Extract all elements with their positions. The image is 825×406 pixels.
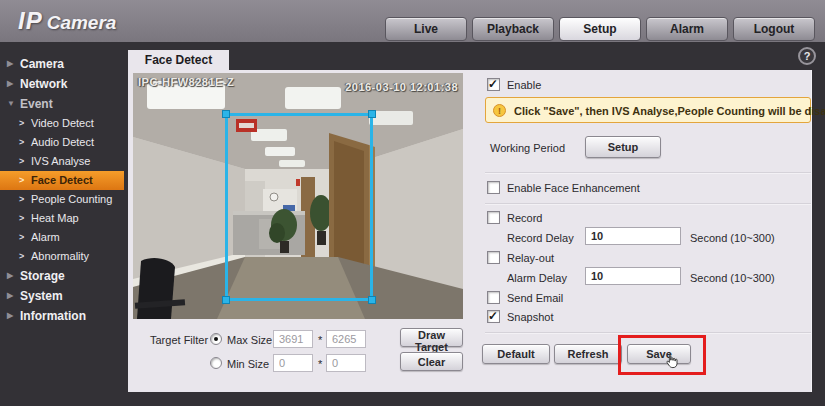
- record-checkbox[interactable]: [487, 211, 500, 224]
- snapshot-checkbox[interactable]: [487, 310, 500, 323]
- triangle-collapsed-icon: ▶: [7, 74, 17, 94]
- working-period-setup-button[interactable]: Setup: [585, 136, 661, 158]
- sidebar-item-network[interactable]: ▶Network: [0, 74, 127, 94]
- send-email-checkbox[interactable]: [487, 291, 500, 304]
- nav-tab-playback[interactable]: Playback: [472, 17, 554, 41]
- logo-camera-text: Camera: [47, 12, 117, 33]
- target-filter-label: Target Filter: [150, 334, 208, 346]
- video-preview[interactable]: IPC-HFW8281E-Z 2016-03-10 12:01:38: [133, 73, 463, 319]
- default-button[interactable]: Default: [482, 344, 550, 364]
- max-size-height-input[interactable]: [326, 330, 366, 348]
- sidebar-menu: ▶Camera▶Network▼Event>Video Detect>Audio…: [0, 42, 127, 406]
- sidebar-item-storage[interactable]: ▶Storage: [0, 266, 127, 286]
- sidebar-item-label: IVS Analyse: [31, 155, 90, 167]
- relay-out-checkbox[interactable]: [487, 251, 500, 264]
- sidebar-item-label: People Counting: [31, 193, 112, 205]
- sidebar-item-label: Camera: [20, 57, 64, 71]
- clear-button[interactable]: Clear: [400, 352, 463, 371]
- triangle-collapsed-icon: ▶: [7, 286, 17, 306]
- enable-checkbox[interactable]: [487, 78, 500, 91]
- warning-banner: ! Click "Save", then IVS Analyse,People …: [485, 97, 811, 123]
- chevron-right-icon: >: [19, 152, 24, 171]
- camera-name-overlay: IPC-HFW8281E-Z: [138, 76, 234, 88]
- record-delay-unit: Second (10~300): [690, 232, 775, 244]
- sidebar-item-system[interactable]: ▶System: [0, 286, 127, 306]
- detection-region-box[interactable]: [225, 113, 373, 301]
- max-size-mult-sign: *: [318, 334, 322, 346]
- face-detect-panel: IPC-HFW8281E-Z 2016-03-10 12:01:38 Targe…: [128, 70, 812, 392]
- record-label: Record: [507, 212, 542, 224]
- face-enhancement-checkbox[interactable]: [487, 181, 500, 194]
- resize-handle-bottom-right[interactable]: [368, 296, 376, 304]
- sidebar-item-label: System: [20, 289, 63, 303]
- sidebar-item-event[interactable]: ▼Event: [0, 94, 127, 114]
- working-period-label: Working Period: [490, 142, 565, 154]
- separator: [485, 172, 811, 174]
- main-nav-tabs: LivePlaybackSetupAlarmLogout: [385, 17, 815, 41]
- logo-ip-text: IP: [18, 7, 43, 34]
- top-bar: IPCamera LivePlaybackSetupAlarmLogout: [0, 0, 825, 42]
- max-size-width-input[interactable]: [273, 330, 313, 348]
- save-button[interactable]: Save: [627, 344, 691, 364]
- draw-target-button[interactable]: Draw Target: [400, 328, 463, 347]
- max-size-radio[interactable]: [210, 333, 222, 345]
- sidebar-item-people-counting[interactable]: >People Counting: [0, 190, 127, 209]
- min-size-width-input[interactable]: [273, 354, 313, 372]
- sidebar-item-label: Video Detect: [31, 117, 94, 129]
- min-size-radio[interactable]: [210, 357, 222, 369]
- app-logo: IPCamera: [18, 7, 116, 35]
- chevron-right-icon: >: [19, 133, 24, 152]
- record-delay-label: Record Delay: [507, 232, 574, 244]
- sidebar-item-audio-detect[interactable]: >Audio Detect: [0, 133, 127, 152]
- min-size-label: Min Size: [227, 358, 269, 370]
- triangle-expanded-icon: ▼: [7, 94, 17, 114]
- timestamp-overlay: 2016-03-10 12:01:38: [345, 81, 458, 93]
- nav-tab-setup[interactable]: Setup: [559, 17, 641, 41]
- chevron-right-icon: >: [19, 209, 24, 228]
- sidebar-item-label: Abnormality: [31, 250, 89, 262]
- separator: [485, 203, 811, 205]
- refresh-button[interactable]: Refresh: [554, 344, 622, 364]
- triangle-collapsed-icon: ▶: [7, 54, 17, 74]
- alarm-delay-input[interactable]: [585, 267, 681, 285]
- tab-face-detect[interactable]: Face Detect: [128, 50, 229, 70]
- warning-icon: !: [493, 104, 506, 117]
- warning-text: Click "Save", then IVS Analyse,People Co…: [514, 105, 825, 117]
- sidebar-item-label: Event: [20, 97, 53, 111]
- sidebar-item-label: Alarm: [31, 231, 60, 243]
- sidebar-item-information[interactable]: ▶Information: [0, 306, 127, 326]
- sidebar-item-label: Heat Map: [31, 212, 79, 224]
- sidebar-item-abnormality[interactable]: >Abnormality: [0, 247, 127, 266]
- chevron-right-icon: >: [19, 171, 24, 190]
- chevron-right-icon: >: [19, 114, 24, 133]
- min-size-mult-sign: *: [318, 358, 322, 370]
- sidebar-item-video-detect[interactable]: >Video Detect: [0, 114, 127, 133]
- nav-tab-live[interactable]: Live: [385, 17, 467, 41]
- sidebar-item-label: Face Detect: [31, 174, 93, 186]
- face-enhancement-label: Enable Face Enhancement: [507, 182, 640, 194]
- resize-handle-top-left[interactable]: [222, 110, 230, 118]
- alarm-delay-unit: Second (10~300): [690, 272, 775, 284]
- resize-handle-bottom-left[interactable]: [222, 296, 230, 304]
- triangle-collapsed-icon: ▶: [7, 266, 17, 286]
- sidebar-item-label: Storage: [20, 269, 65, 283]
- sidebar-item-alarm[interactable]: >Alarm: [0, 228, 127, 247]
- alarm-delay-label: Alarm Delay: [507, 272, 567, 284]
- sidebar-item-camera[interactable]: ▶Camera: [0, 54, 127, 74]
- help-icon[interactable]: ?: [798, 47, 816, 65]
- sidebar-item-heat-map[interactable]: >Heat Map: [0, 209, 127, 228]
- max-size-label: Max Size: [227, 334, 272, 346]
- sidebar-item-ivs-analyse[interactable]: >IVS Analyse: [0, 152, 127, 171]
- min-size-height-input[interactable]: [326, 354, 366, 372]
- nav-tab-alarm[interactable]: Alarm: [646, 17, 728, 41]
- sidebar-item-label: Information: [20, 309, 86, 323]
- chevron-right-icon: >: [19, 247, 24, 266]
- separator: [485, 332, 811, 334]
- send-email-label: Send Email: [507, 292, 563, 304]
- nav-tab-logout[interactable]: Logout: [733, 17, 815, 41]
- resize-handle-top-right[interactable]: [368, 110, 376, 118]
- sidebar-item-label: Network: [20, 77, 67, 91]
- record-delay-input[interactable]: [585, 227, 681, 245]
- sidebar-item-face-detect[interactable]: >Face Detect: [0, 171, 124, 190]
- chevron-right-icon: >: [19, 228, 24, 247]
